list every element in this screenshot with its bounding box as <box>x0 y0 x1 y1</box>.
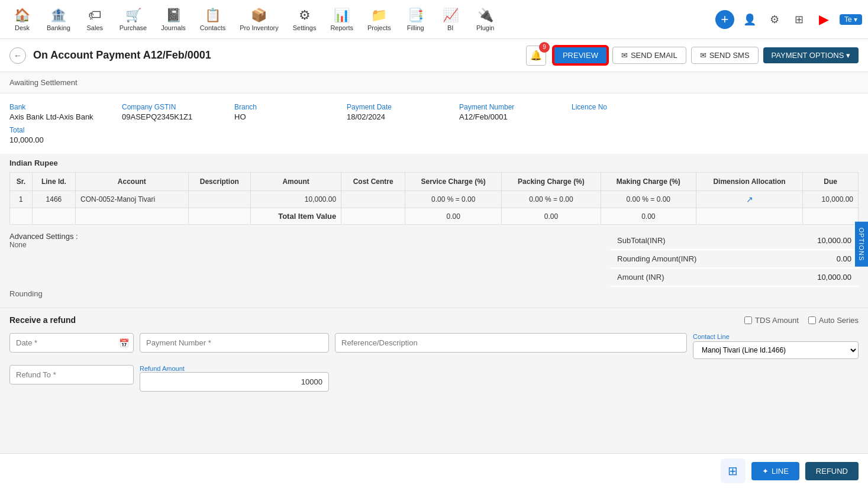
refund-fields-row-2: Refund Amount <box>9 365 859 392</box>
refund-section: Receive a refund TDS Amount Auto Series … <box>0 308 868 399</box>
cell-cost-centre <box>341 191 405 208</box>
cell-description <box>188 191 250 208</box>
youtube-icon-btn[interactable]: ▶ <box>815 10 834 29</box>
total-empty-4 <box>188 208 250 225</box>
col-service-charge: Service Charge (%) <box>405 173 502 191</box>
tds-amount-check[interactable]: TDS Amount <box>744 316 799 325</box>
send-sms-button[interactable]: ✉ SEND SMS <box>691 47 759 64</box>
preview-button[interactable]: PREVIEW <box>553 46 608 64</box>
nav-pro-inventory[interactable]: 📦 Pro Inventory <box>234 4 284 35</box>
licence-label: Licence No <box>572 103 660 111</box>
calendar-icon[interactable]: 📅 <box>119 338 129 348</box>
te-dropdown[interactable]: Te ▾ <box>840 14 862 25</box>
reference-description-input[interactable] <box>335 333 687 353</box>
reports-icon: 📊 <box>334 8 350 23</box>
purchase-icon: 🛒 <box>125 8 141 23</box>
refund-amount-label: Refund Amount <box>140 365 329 372</box>
rounding-value: 0.00 <box>774 250 859 268</box>
total-empty-1 <box>10 208 33 225</box>
notification-badge: 9 <box>539 42 550 53</box>
grid-icon-btn[interactable]: ⊞ <box>790 10 809 29</box>
payment-date-label: Payment Date <box>347 103 435 111</box>
nav-plugin[interactable]: 🔌 Plugin <box>469 4 502 35</box>
fields-row-1: Bank Axis Bank Ltd-Axis Bank Company GST… <box>9 103 859 121</box>
bank-value: Axis Bank Ltd-Axis Bank <box>9 112 98 121</box>
subtotal-row: SubTotal(INR) 10,000.00 <box>610 232 859 250</box>
banking-icon: 🏦 <box>50 8 66 23</box>
amount-row: Amount (INR) 10,000.00 <box>610 268 859 286</box>
payment-number-value: A12/Feb/0001 <box>459 112 548 121</box>
nav-sales-label: Sales <box>87 24 104 31</box>
nav-purchase[interactable]: 🛒 Purchase <box>114 4 153 35</box>
date-input[interactable] <box>9 333 134 353</box>
refund-amount-input[interactable] <box>140 372 329 392</box>
settings-icon: ⚙ <box>299 8 311 23</box>
advanced-left: Advanced Settings : None <box>9 232 598 287</box>
auto-series-checkbox[interactable] <box>808 316 816 324</box>
col-making-charge: Making Charge (%) <box>601 173 696 191</box>
nav-journals[interactable]: 📓 Journals <box>155 4 192 35</box>
totals-table: SubTotal(INR) 10,000.00 Rounding Amount(… <box>610 232 859 287</box>
nav-projects-label: Projects <box>367 24 391 31</box>
nav-bi[interactable]: 📈 BI <box>434 4 467 35</box>
col-cost-centre: Cost Centre <box>341 173 405 191</box>
send-email-button[interactable]: ✉ SEND EMAIL <box>612 47 686 64</box>
sms-icon: ✉ <box>700 51 706 60</box>
gear-icon-btn[interactable]: ⚙ <box>765 10 784 29</box>
total-value: 10,000.00 <box>9 135 859 144</box>
options-tab[interactable]: OPTIONS <box>855 221 868 267</box>
col-sr: Sr. <box>10 173 33 191</box>
contacts-icon: 📋 <box>205 8 221 23</box>
nav-contacts-label: Contacts <box>200 24 225 31</box>
journals-icon: 📓 <box>166 8 182 23</box>
nav-sales[interactable]: 🏷 Sales <box>79 4 111 35</box>
nav-reports-label: Reports <box>330 24 353 31</box>
branch-label: Branch <box>234 103 323 111</box>
rounding-label: Rounding Amount(INR) <box>610 250 774 268</box>
refund-title: Receive a refund <box>9 315 76 325</box>
dimension-link-icon[interactable]: ↗ <box>746 195 753 204</box>
nav-plugin-label: Plugin <box>476 24 495 31</box>
refund-header: Receive a refund TDS Amount Auto Series <box>9 315 859 325</box>
nav-banking[interactable]: 🏦 Banking <box>41 4 76 35</box>
add-button[interactable]: + <box>715 10 734 29</box>
contact-line-label: Contact Line <box>693 333 859 340</box>
payment-number-input[interactable] <box>140 333 329 353</box>
nav-reports[interactable]: 📊 Reports <box>324 4 359 35</box>
tds-checkbox[interactable] <box>744 316 752 324</box>
payment-options-button[interactable]: PAYMENT OPTIONS ▾ <box>763 47 859 63</box>
payment-date-field: Payment Date 18/02/2024 <box>347 103 435 121</box>
amount-label: Amount (INR) <box>610 268 774 286</box>
payment-number-field: Payment Number A12/Feb/0001 <box>459 103 548 121</box>
projects-icon: 📁 <box>371 8 387 23</box>
contact-line-select[interactable]: Manoj Tivari (Line Id.1466) <box>693 341 859 359</box>
nav-contacts[interactable]: 📋 Contacts <box>194 4 231 35</box>
cell-sr: 1 <box>10 191 33 208</box>
bi-icon: 📈 <box>443 8 459 23</box>
tds-label: TDS Amount <box>755 316 799 325</box>
cell-due: 10,000.00 <box>803 191 859 208</box>
nav-filling-label: Filling <box>407 24 424 31</box>
back-button[interactable]: ← <box>9 47 26 64</box>
nav-desk-label: Desk <box>15 24 30 31</box>
auto-series-check[interactable]: Auto Series <box>808 316 859 325</box>
gstin-field: Company GSTIN 09ASEPQ2345K1Z1 <box>122 103 211 121</box>
cell-service-charge: 0.00 % = 0.00 <box>405 191 502 208</box>
payment-number-label: Payment Number <box>459 103 548 111</box>
refund-to-input[interactable] <box>9 365 134 384</box>
nav-settings-label: Settings <box>293 24 317 31</box>
subtotal-value: 10,000.00 <box>774 232 859 250</box>
nav-settings[interactable]: ⚙ Settings <box>287 4 322 35</box>
nav-desk[interactable]: 🏠 Desk <box>6 4 38 35</box>
refund-fields-row-1: 📅 Contact Line Manoj Tivari (Line Id.146… <box>9 333 859 359</box>
advanced-totals-row: Advanced Settings : None SubTotal(INR) 1… <box>0 225 868 287</box>
cell-dimension[interactable]: ↗ <box>696 191 802 208</box>
col-dimension: Dimension Allocation <box>696 173 802 191</box>
user-icon-btn[interactable]: 👤 <box>740 10 759 29</box>
nav-banking-label: Banking <box>47 24 70 31</box>
desk-icon: 🏠 <box>14 8 30 23</box>
total-field: Total 10,000.00 <box>9 126 859 144</box>
auto-series-label: Auto Series <box>819 316 859 325</box>
nav-projects[interactable]: 📁 Projects <box>362 4 397 35</box>
nav-filling[interactable]: 📑 Filling <box>399 4 432 35</box>
